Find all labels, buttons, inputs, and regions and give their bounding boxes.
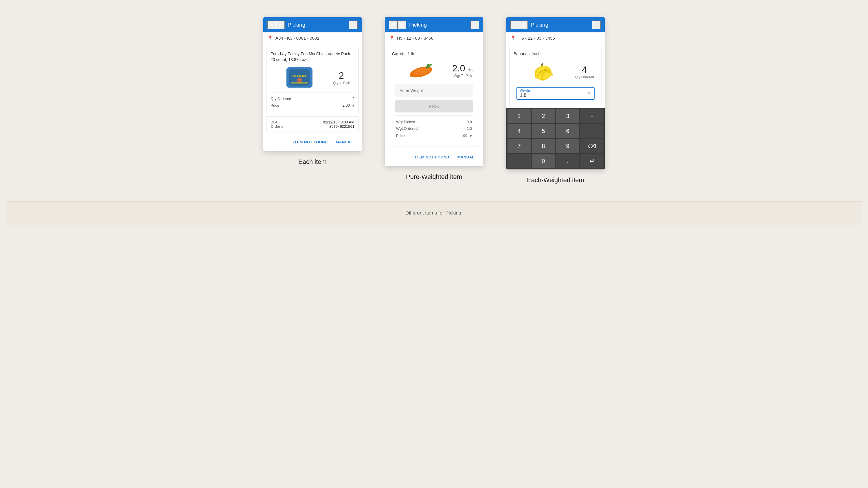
key-2[interactable]: 2 xyxy=(532,109,555,123)
due-card-1: Due 02/12/18 | 8:00 AM Order # 897546321… xyxy=(266,116,359,132)
key-5[interactable]: 5 xyxy=(532,124,555,138)
location-text-3: H5 - 12 - 03 - 3456 xyxy=(519,36,555,40)
app-bar-1: ✕ ☰ Picking ⋮ xyxy=(263,18,362,32)
phone1-wrapper: ✕ ☰ Picking ⋮ 📍 A34 - K3 - 0001 - 0001 F… xyxy=(263,18,362,184)
key-period[interactable]: . xyxy=(556,154,579,168)
price-chevron-2[interactable]: ▾ xyxy=(470,133,472,138)
qty-number-3: 4 xyxy=(571,64,597,75)
weight-input-inner-3: Weight 1.8 xyxy=(520,89,587,98)
manual-button-1[interactable]: MANUAL xyxy=(335,139,354,145)
keyboard-row-3: 7 8 9 ⌫ xyxy=(507,139,603,153)
wgt-to-pick-label-2: Wgt To Pick xyxy=(450,74,476,78)
key-6[interactable]: 6 xyxy=(556,124,579,138)
due-label-1: Due xyxy=(271,120,277,124)
location-text-1: A34 - K3 - 0001 - 0001 xyxy=(275,36,319,40)
item-not-found-button-2[interactable]: ITEM NOT FOUND xyxy=(414,154,451,160)
wgt-details-2: Wgt Picked 0.0 Wgt Ordered 2.0 Price 1.9… xyxy=(395,116,473,142)
key-4[interactable]: 4 xyxy=(507,124,531,138)
key-enter[interactable]: ↵ xyxy=(580,154,603,168)
price-chevron-1[interactable]: ▾ xyxy=(352,103,354,108)
menu-button-3[interactable]: ☰ xyxy=(519,21,528,29)
wgt-picked-value-2: 0.0 xyxy=(467,120,472,124)
phone2-label: Pure-Weighted item xyxy=(406,173,462,181)
item-image-2 xyxy=(392,60,450,80)
keyboard-row-2: 4 5 6 , xyxy=(507,124,603,138)
order-value-1: 897546321561 xyxy=(329,124,354,129)
order-row-1: Order # 897546321561 xyxy=(271,124,354,129)
close-button-2[interactable]: ✕ xyxy=(389,21,398,29)
item-main-2: 2.0 lbs Wgt To Pick xyxy=(392,60,476,80)
key-3[interactable]: 3 xyxy=(556,109,579,123)
carrots-image xyxy=(404,60,438,80)
item-qty-section-1: 2 Qty to Pick xyxy=(329,70,354,85)
location-text-2: H5 - 12 - 03 - 3456 xyxy=(397,36,433,40)
close-button-3[interactable]: ✕ xyxy=(510,21,519,29)
price-value-2: 1.99 ▾ xyxy=(460,133,472,138)
price-row-1: Price 2.00 ▾ xyxy=(271,102,354,109)
item-not-found-button-1[interactable]: ITEM NOT FOUND xyxy=(292,139,329,145)
item-card-1: Frito-Lay Family Fun Mix Chips Variety P… xyxy=(266,47,359,113)
phone1: ✕ ☰ Picking ⋮ 📍 A34 - K3 - 0001 - 0001 F… xyxy=(263,18,362,151)
more-button-3[interactable]: ⋮ xyxy=(592,21,601,29)
wgt-ordered-label-2: Wgt Ordered xyxy=(396,126,417,131)
qty-to-pick-number-1: 2 xyxy=(329,70,354,81)
close-button-1[interactable]: ✕ xyxy=(267,21,276,29)
key-minus[interactable]: - xyxy=(580,109,603,123)
more-button-1[interactable]: ⋮ xyxy=(349,21,358,29)
manual-button-2[interactable]: MANUAL xyxy=(456,154,476,160)
key-comma[interactable]: , xyxy=(580,124,603,138)
weight-value-3: 1.8 xyxy=(520,93,587,98)
key-space[interactable]: ⎵ xyxy=(507,154,531,168)
key-9[interactable]: 9 xyxy=(556,139,579,153)
keyboard-row-1: 1 2 3 - xyxy=(507,109,603,123)
weight-number-2: 2.0 lbs xyxy=(450,63,476,74)
price-row-2: Price 1.99 ▾ xyxy=(395,132,473,140)
item-image-1: Classic Mix 20 xyxy=(271,66,329,89)
phone3: ✕ ☰ Picking ⋮ 📍 H5 - 12 - 03 - 3456 Bana… xyxy=(506,18,605,169)
app-bar-3: ✕ ☰ Picking ⋮ xyxy=(506,18,605,32)
app-title-2: Picking xyxy=(409,22,470,28)
item-card-3: Bananas, each xyxy=(509,47,602,105)
footer-text: Different items for Picking. xyxy=(6,210,862,216)
app-title-1: Picking xyxy=(288,22,349,28)
phone3-wrapper: ✕ ☰ Picking ⋮ 📍 H5 - 12 - 03 - 3456 Bana… xyxy=(506,18,605,184)
phone2: ✕ ☰ Picking ⋮ 📍 H5 - 12 - 03 - 3456 Carr… xyxy=(385,18,483,166)
menu-button-1[interactable]: ☰ xyxy=(276,21,285,29)
due-value-1: 02/12/18 | 8:00 AM xyxy=(323,120,354,124)
action-buttons-2: ITEM NOT FOUND MANUAL xyxy=(388,150,480,163)
price-label-2: Price xyxy=(396,134,405,138)
footer-bar: Different items for Picking. xyxy=(6,201,862,225)
qty-ordered-label-3: Qty Ordered xyxy=(571,75,597,79)
pick-button-2[interactable]: PICK xyxy=(395,100,473,112)
weight-label-3: Weight xyxy=(520,89,587,92)
key-7[interactable]: 7 xyxy=(507,139,531,153)
phone1-label: Each item xyxy=(298,158,327,166)
wgt-ordered-row-2: Wgt Ordered 2.0 xyxy=(395,125,473,132)
bananas-image xyxy=(527,60,558,84)
order-label-1: Order # xyxy=(271,124,283,129)
location-bar-2: 📍 H5 - 12 - 03 - 3456 xyxy=(385,32,483,44)
item-details-1: Qty Ordered 2 Price 2.00 ▾ xyxy=(271,93,354,109)
app-title-3: Picking xyxy=(531,22,592,28)
qty-ordered-row-1: Qty Ordered 2 xyxy=(271,96,354,102)
location-icon-3: 📍 xyxy=(510,35,516,41)
numeric-keyboard-3: 1 2 3 - 4 5 6 , 7 8 9 ⌫ ⎵ xyxy=(506,108,605,169)
item-name-2: Carrots, 1 lb xyxy=(392,51,476,57)
svg-rect-5 xyxy=(291,82,308,84)
location-icon-2: 📍 xyxy=(389,35,395,41)
item-card-2: Carrots, 1 lb xyxy=(388,47,480,147)
wgt-picked-row-2: Wgt Picked 0.0 xyxy=(395,119,473,125)
weight-input-container-3[interactable]: Weight 1.8 ✕ xyxy=(517,87,595,100)
more-button-2[interactable]: ⋮ xyxy=(470,21,479,29)
price-value-1: 2.00 ▾ xyxy=(343,103,354,108)
location-bar-1: 📍 A34 - K3 - 0001 - 0001 xyxy=(263,32,362,44)
wgt-ordered-value-2: 2.0 xyxy=(467,126,472,131)
key-1[interactable]: 1 xyxy=(507,109,531,123)
key-backspace[interactable]: ⌫ xyxy=(580,139,603,153)
enter-weight-input-2[interactable] xyxy=(395,84,473,97)
key-0[interactable]: 0 xyxy=(532,154,555,168)
key-8[interactable]: 8 xyxy=(532,139,555,153)
app-bar-2: ✕ ☰ Picking ⋮ xyxy=(385,18,483,32)
menu-button-2[interactable]: ☰ xyxy=(398,21,406,29)
clear-icon-3[interactable]: ✕ xyxy=(587,90,591,97)
